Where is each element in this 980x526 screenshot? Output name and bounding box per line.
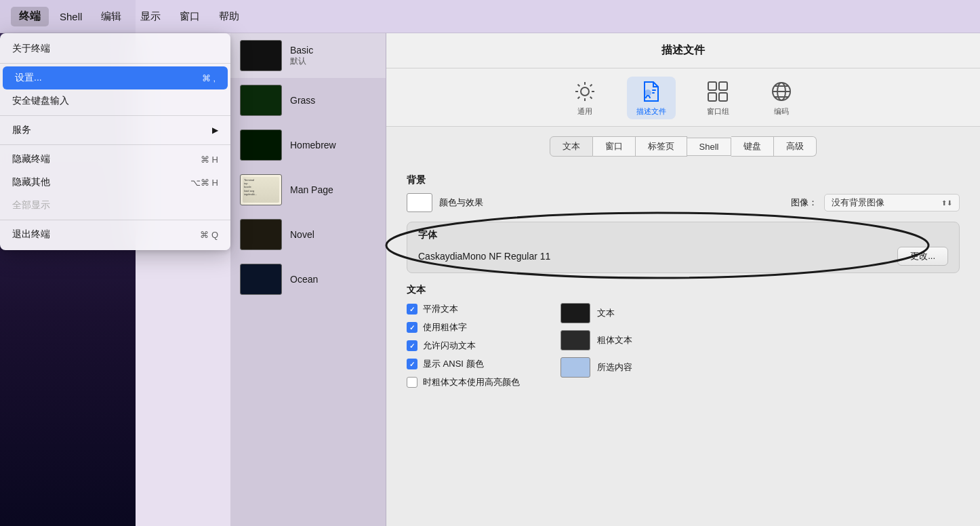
svg-rect-5 xyxy=(719,93,727,101)
dropdown-settings[interactable]: 设置... ⌘ , xyxy=(3,66,228,89)
dropdown-menu: 关于终端 设置... ⌘ , 安全键盘输入 服务 ▶ 隐藏终端 ⌘ H 隐藏其他… xyxy=(0,33,230,250)
checkbox-blink-label: 允许闪动文本 xyxy=(423,340,476,352)
profile-thumb-grass xyxy=(240,85,282,116)
menu-item-terminal[interactable]: 终端 xyxy=(11,7,49,26)
checkbox-row-4: 时粗体文本使用高亮颜色 xyxy=(407,376,520,388)
toolbar-encoding-label: 编码 xyxy=(774,106,789,117)
profile-sidebar: Basic 默认 Grass Homebrew Terminaltopkcode… xyxy=(230,33,386,526)
color-swatches: 文本 粗体文本 所选内容 xyxy=(560,303,632,378)
profile-name-basic: Basic xyxy=(290,45,313,56)
profile-thumb-basic xyxy=(240,40,282,71)
image-select[interactable]: 没有背景图像 ⬆⬇ xyxy=(824,194,960,211)
font-section: 字体 CaskaydiaMono NF Regular 11 更改... xyxy=(407,222,960,273)
tab-window[interactable]: 窗口 xyxy=(593,136,636,157)
checkbox-blink[interactable]: ✓ xyxy=(407,340,417,351)
separator-4 xyxy=(0,220,230,220)
checkbox-row-1: ✓ 使用粗体字 xyxy=(407,321,520,333)
checkbox-smooth[interactable]: ✓ xyxy=(407,304,417,315)
color-row-bold: 粗体文本 xyxy=(560,330,632,350)
color-label-text: 文本 xyxy=(597,307,615,319)
profile-name-manpage: Man Page xyxy=(290,184,333,195)
image-label: 图像： xyxy=(791,197,817,209)
font-title: 字体 xyxy=(418,229,948,241)
background-row: 颜色与效果 图像： 没有背景图像 ⬆⬇ xyxy=(407,193,960,212)
toolbar-windowgroups-label: 窗口组 xyxy=(707,106,729,117)
profile-name-grass: Grass xyxy=(290,95,315,106)
prefs-title: 描述文件 xyxy=(661,43,705,58)
menu-item-shell[interactable]: Shell xyxy=(52,8,90,25)
checkbox-bold-label: 使用粗体字 xyxy=(423,321,467,333)
color-label-selection: 所选内容 xyxy=(597,361,632,373)
dropdown-about[interactable]: 关于终端 xyxy=(0,37,230,60)
dropdown-show-all: 全部显示 xyxy=(0,194,230,217)
image-select-value: 没有背景图像 xyxy=(832,197,884,209)
svg-rect-4 xyxy=(708,93,716,101)
toolbar-encoding[interactable]: 编码 xyxy=(760,77,803,119)
menu-item-display[interactable]: 显示 xyxy=(132,7,169,26)
profile-item-basic[interactable]: Basic 默认 xyxy=(230,33,386,78)
profile-item-novel[interactable]: Novel xyxy=(230,212,386,257)
prefs-titlebar: 描述文件 xyxy=(386,33,980,68)
profile-thumb-ocean xyxy=(240,264,282,295)
windows-icon xyxy=(706,79,730,104)
font-name: CaskaydiaMono NF Regular 11 xyxy=(418,251,550,262)
font-section-wrapper: 字体 CaskaydiaMono NF Regular 11 更改... xyxy=(407,222,960,273)
profile-name-homebrew: Homebrew xyxy=(290,140,336,150)
tab-text[interactable]: 文本 xyxy=(550,136,593,157)
settings-content: 背景 颜色与效果 图像： 没有背景图像 ⬆⬇ 字体 CaskaydiaMono … xyxy=(386,163,980,399)
dropdown-secure-keyboard[interactable]: 安全键盘输入 xyxy=(0,89,230,113)
color-row-text: 文本 xyxy=(560,303,632,323)
toolbar-general-label: 通用 xyxy=(577,106,592,117)
toolbar-profiles-label: 描述文件 xyxy=(636,106,666,117)
dropdown-hide[interactable]: 隐藏终端 ⌘ H xyxy=(0,148,230,171)
document-icon xyxy=(639,79,663,104)
profile-thumb-homebrew xyxy=(240,129,282,161)
menu-item-edit[interactable]: 编辑 xyxy=(93,7,129,26)
background-title: 背景 xyxy=(407,174,960,186)
svg-rect-2 xyxy=(708,82,716,90)
menu-item-help[interactable]: 帮助 xyxy=(211,7,247,26)
checkbox-brighten[interactable] xyxy=(407,377,417,388)
dropdown-services[interactable]: 服务 ▶ xyxy=(0,119,230,142)
toolbar-general[interactable]: 通用 xyxy=(563,77,607,119)
background-section: 背景 颜色与效果 图像： 没有背景图像 ⬆⬇ xyxy=(407,174,960,212)
checkbox-ansi-label: 显示 ANSI 颜色 xyxy=(423,358,484,370)
profile-item-grass[interactable]: Grass xyxy=(230,78,386,123)
profile-sub-basic: 默认 xyxy=(290,56,313,67)
dropdown-quit[interactable]: 退出终端 ⌘ Q xyxy=(0,223,230,246)
tab-tabs[interactable]: 标签页 xyxy=(636,136,687,157)
checkbox-row-2: ✓ 允许闪动文本 xyxy=(407,340,520,352)
globe-icon xyxy=(769,79,794,104)
profile-item-manpage[interactable]: Terminaltopkcodeload avgingdeskk... Man … xyxy=(230,167,386,212)
profile-thumb-novel xyxy=(240,219,282,250)
svg-point-0 xyxy=(581,87,589,96)
svg-rect-3 xyxy=(719,82,727,90)
change-font-button[interactable]: 更改... xyxy=(897,247,948,266)
text-section: 文本 ✓ 平滑文本 ✓ 使用粗体字 ✓ 允许闪动文本 xyxy=(407,284,960,388)
dropdown-hide-others[interactable]: 隐藏其他 ⌥⌘ H xyxy=(0,171,230,194)
profile-item-ocean[interactable]: Ocean xyxy=(230,257,386,302)
checkbox-ansi[interactable]: ✓ xyxy=(407,359,417,369)
sub-tabs: 文本 窗口 标签页 Shell 键盘 高级 xyxy=(386,127,980,163)
tab-advanced[interactable]: 高级 xyxy=(774,136,817,157)
profile-item-homebrew[interactable]: Homebrew xyxy=(230,123,386,167)
toolbar-profiles[interactable]: 描述文件 xyxy=(627,77,676,119)
color-swatch-text[interactable] xyxy=(560,303,590,323)
menu-item-window[interactable]: 窗口 xyxy=(171,7,208,26)
background-color-label: 颜色与效果 xyxy=(439,197,483,209)
color-swatch-bold[interactable] xyxy=(560,330,590,350)
tab-keyboard[interactable]: 键盘 xyxy=(731,136,774,157)
checkbox-bold[interactable]: ✓ xyxy=(407,322,417,333)
tab-shell[interactable]: Shell xyxy=(687,138,732,156)
profile-thumb-manpage: Terminaltopkcodeload avgingdeskk... xyxy=(240,174,282,205)
text-content: ✓ 平滑文本 ✓ 使用粗体字 ✓ 允许闪动文本 ✓ 显示 ANSI 颜色 xyxy=(407,303,960,388)
separator-3 xyxy=(0,144,230,145)
separator-1 xyxy=(0,63,230,64)
separator-2 xyxy=(0,115,230,116)
color-row-selection: 所选内容 xyxy=(560,357,632,378)
color-swatch-selection[interactable] xyxy=(560,357,590,378)
profile-name-ocean: Ocean xyxy=(290,274,318,285)
svg-point-1 xyxy=(645,90,651,96)
toolbar-windowgroups[interactable]: 窗口组 xyxy=(696,77,739,119)
background-color-swatch[interactable] xyxy=(407,193,432,212)
